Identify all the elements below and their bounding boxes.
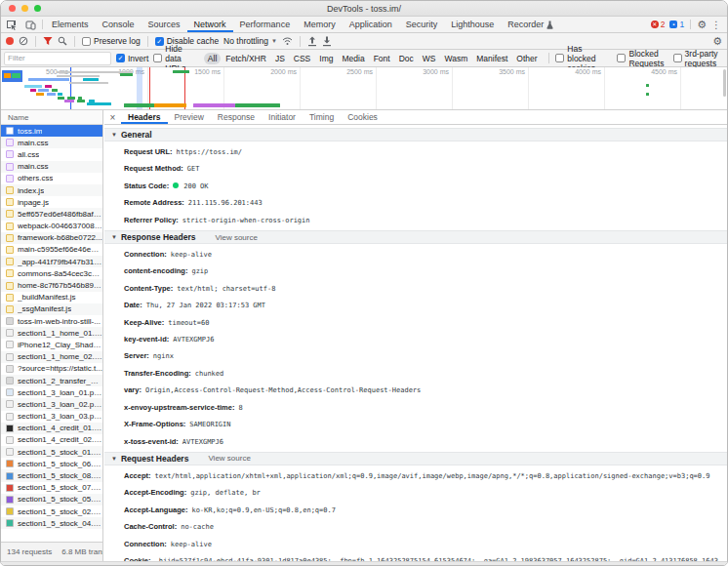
view-source-link[interactable]: View source bbox=[216, 233, 258, 242]
network-settings-gear-icon[interactable]: ⚙ bbox=[712, 36, 722, 47]
throttling-select[interactable]: No throttling ▼ bbox=[223, 36, 277, 46]
tab-lighthouse[interactable]: Lighthouse bbox=[444, 17, 501, 32]
checkbox-unchecked[interactable] bbox=[673, 54, 682, 62]
request-row[interactable]: index.js bbox=[1, 184, 102, 196]
details-tab-preview[interactable]: Preview bbox=[168, 110, 211, 124]
tab-performance[interactable]: Performance bbox=[233, 17, 298, 32]
tab-elements[interactable]: Elements bbox=[45, 17, 96, 32]
filter-type-js[interactable]: JS bbox=[271, 53, 289, 64]
overview-scrollbar[interactable] bbox=[723, 69, 726, 97]
request-row[interactable]: section1_4_credit_01.png bbox=[1, 423, 102, 434]
request-row[interactable]: section1_3_loan_02.png bbox=[1, 398, 102, 410]
view-source-link[interactable]: View source bbox=[208, 454, 250, 463]
tab-recorder[interactable]: Recorder bbox=[501, 17, 560, 32]
preserve-log-checkbox[interactable]: Preserve log bbox=[82, 36, 141, 46]
request-row[interactable]: section1_5_stock_06.png bbox=[1, 458, 102, 469]
timeline-gridline bbox=[376, 67, 377, 109]
tab-console[interactable]: Console bbox=[96, 17, 142, 32]
request-headers-section-header[interactable]: ▼ Request Headers View source bbox=[104, 452, 727, 465]
filter-type-font[interactable]: Font bbox=[370, 53, 394, 64]
request-row[interactable]: others.css bbox=[1, 173, 102, 184]
request-row[interactable]: home-8c7f67b546b899... bbox=[1, 279, 102, 291]
request-row[interactable]: main-c5955ef66e46ead... bbox=[1, 244, 102, 256]
inspect-element-icon[interactable] bbox=[1, 17, 20, 32]
request-row[interactable]: framework-b68be0722... bbox=[1, 232, 102, 244]
request-row[interactable]: section1_5_stock_05.png bbox=[1, 494, 102, 505]
general-section-header[interactable]: ▼ General bbox=[104, 128, 727, 142]
filter-input[interactable] bbox=[4, 52, 111, 65]
filter-type-doc[interactable]: Doc bbox=[395, 53, 418, 64]
request-row[interactable]: section1_5_stock_02.png bbox=[1, 505, 102, 517]
invert-checkbox[interactable]: ✓ Invert bbox=[116, 54, 148, 63]
request-row[interactable]: _buildManifest.js bbox=[1, 292, 102, 303]
request-row[interactable]: _ssgManifest.js bbox=[1, 303, 102, 315]
filter-type-ws[interactable]: WS bbox=[419, 53, 440, 64]
filter-type-media[interactable]: Media bbox=[338, 53, 368, 64]
details-tab-cookies[interactable]: Cookies bbox=[341, 110, 384, 124]
request-row[interactable]: section1_1_home_02.png bbox=[1, 351, 102, 363]
details-tab-initiator[interactable]: Initiator bbox=[262, 110, 303, 124]
name-column-header[interactable]: Name bbox=[1, 110, 102, 125]
device-toolbar-icon[interactable] bbox=[20, 17, 40, 32]
filter-type-css[interactable]: CSS bbox=[290, 53, 314, 64]
record-network-log-button[interactable] bbox=[6, 37, 14, 45]
waterfall-bar bbox=[83, 78, 99, 81]
settings-gear-icon[interactable]: ⚙ bbox=[697, 20, 707, 30]
request-row[interactable]: section1_5_stock_07.png bbox=[1, 482, 102, 494]
checkbox-checked[interactable]: ✓ bbox=[116, 54, 125, 62]
details-tab-response[interactable]: Response bbox=[211, 110, 262, 124]
checkbox-unchecked[interactable] bbox=[82, 37, 91, 46]
request-row[interactable]: iPhone12_Clay_Shado... bbox=[1, 339, 102, 350]
search-icon[interactable] bbox=[58, 36, 67, 46]
filter-type-all[interactable]: All bbox=[204, 53, 221, 64]
request-row[interactable]: toss-im-web-intro-still-... bbox=[1, 315, 102, 327]
request-row[interactable]: section1_5_stock_04.png bbox=[1, 517, 102, 529]
clear-icon[interactable] bbox=[19, 36, 28, 46]
request-row[interactable]: section1_4_credit_02.png bbox=[1, 434, 102, 446]
tab-application[interactable]: Application bbox=[343, 17, 399, 32]
filter-type-manifest[interactable]: Manifest bbox=[472, 53, 511, 64]
request-row[interactable]: 5eff657ed6ef486fb8af2... bbox=[1, 208, 102, 220]
request-row[interactable]: _app-441f79fb447b315... bbox=[1, 256, 102, 267]
request-row[interactable]: inpage.js bbox=[1, 196, 102, 208]
request-row[interactable]: section1_1_home_01.png bbox=[1, 327, 102, 339]
request-row[interactable]: webpack-0046637008d... bbox=[1, 221, 102, 232]
tab-security[interactable]: Security bbox=[399, 17, 445, 32]
request-row[interactable]: toss.im bbox=[1, 125, 102, 137]
more-options-icon[interactable]: ⋮ bbox=[711, 20, 721, 30]
response-headers-section-header[interactable]: ▼ Response Headers View source bbox=[104, 230, 727, 244]
network-conditions-icon[interactable] bbox=[282, 36, 293, 46]
filter-type-fetch-xhr[interactable]: Fetch/XHR bbox=[222, 53, 270, 64]
request-row[interactable]: main.css bbox=[1, 161, 102, 173]
issues-badge[interactable]: ▪1 bbox=[669, 20, 684, 29]
tab-network[interactable]: Network bbox=[187, 17, 233, 32]
close-icon[interactable]: × bbox=[104, 110, 121, 124]
request-row[interactable]: section1_5_stock_01.png bbox=[1, 446, 102, 458]
third-party-requests-checkbox[interactable]: 3rd-party requests bbox=[673, 49, 724, 68]
tab-memory[interactable]: Memory bbox=[297, 17, 343, 32]
tab-sources[interactable]: Sources bbox=[142, 17, 187, 32]
request-name: _buildManifest.js bbox=[18, 293, 76, 302]
checkbox-unchecked[interactable] bbox=[555, 54, 564, 62]
details-tab-headers[interactable]: Headers bbox=[121, 110, 168, 124]
request-row[interactable]: all.css bbox=[1, 148, 102, 160]
export-har-icon[interactable] bbox=[322, 36, 332, 47]
blocked-requests-checkbox[interactable]: Blocked Requests bbox=[617, 49, 667, 68]
checkbox-unchecked[interactable] bbox=[153, 54, 162, 62]
details-tab-timing[interactable]: Timing bbox=[303, 110, 341, 124]
console-errors-badge[interactable]: ✕2 bbox=[651, 20, 666, 29]
request-row[interactable]: section1_5_stock_08.png bbox=[1, 469, 102, 481]
request-row[interactable]: section1_3_loan_03.png bbox=[1, 411, 102, 423]
request-row[interactable]: commons-8a54cec3cd... bbox=[1, 267, 102, 279]
request-row[interactable]: section1_2_transfer_02.... bbox=[1, 375, 102, 386]
filter-type-wasm[interactable]: Wasm bbox=[440, 53, 471, 64]
import-har-icon[interactable] bbox=[307, 36, 317, 47]
network-overview-timeline[interactable]: 500 ms1000 ms1500 ms2000 ms2500 ms3000 m… bbox=[1, 67, 727, 110]
filter-funnel-icon[interactable] bbox=[43, 36, 53, 46]
checkbox-unchecked[interactable] bbox=[617, 54, 626, 62]
request-row[interactable]: section1_3_loan_01.png bbox=[1, 386, 102, 398]
request-row[interactable]: ?source=https://static.t... bbox=[1, 363, 102, 375]
filter-type-img[interactable]: Img bbox=[315, 53, 337, 64]
request-row[interactable]: main.css bbox=[1, 137, 102, 148]
filter-type-other[interactable]: Other bbox=[512, 53, 541, 64]
